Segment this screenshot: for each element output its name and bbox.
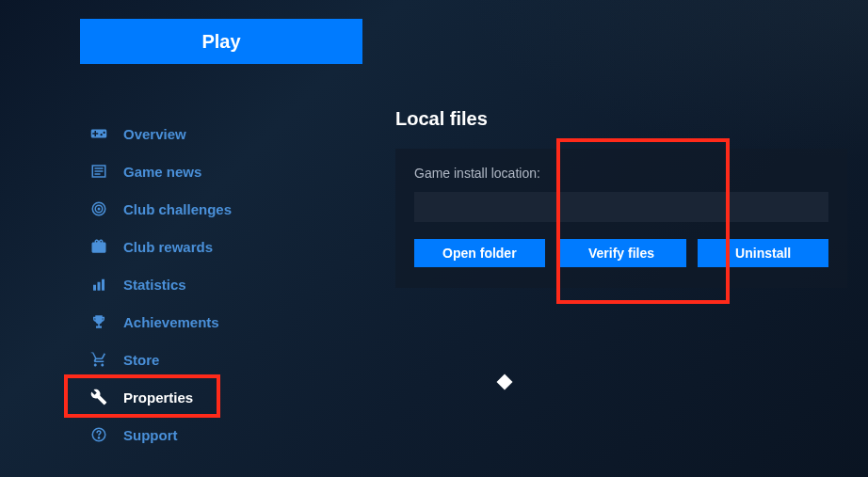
sidebar-item-label: Club rewards (123, 239, 213, 255)
sidebar-item-club-rewards[interactable]: Club rewards (80, 229, 377, 264)
sidebar-item-overview[interactable]: Overview (80, 116, 377, 151)
sidebar-item-label: Overview (123, 126, 186, 142)
svg-rect-5 (102, 279, 104, 291)
open-folder-button[interactable]: Open folder (414, 239, 545, 267)
sidebar: Play Overview Game news Club challenges (0, 0, 377, 477)
sidebar-item-store[interactable]: Store (80, 342, 377, 377)
cart-icon (88, 351, 110, 368)
install-location-label: Game install location: (414, 166, 828, 181)
chart-icon (88, 276, 110, 293)
sidebar-item-achievements[interactable]: Achievements (80, 304, 377, 340)
news-icon (88, 163, 110, 180)
svg-point-7 (98, 437, 99, 438)
sidebar-item-label: Club challenges (123, 201, 232, 217)
sidebar-item-label: Achievements (123, 314, 219, 330)
sidebar-item-game-news[interactable]: Game news (80, 153, 377, 189)
trophy-icon (88, 313, 110, 330)
sidebar-item-label: Statistics (123, 277, 186, 293)
main-content: Local files Game install location: Open … (377, 0, 868, 477)
svg-rect-4 (98, 282, 101, 291)
local-files-panel: Game install location: Open folder Verif… (395, 149, 847, 288)
gamepad-icon (88, 125, 110, 142)
sidebar-item-support[interactable]: Support (80, 417, 377, 453)
section-title: Local files (395, 108, 868, 130)
gift-icon (88, 238, 110, 255)
svg-rect-3 (93, 285, 96, 291)
sidebar-item-label: Support (123, 427, 178, 443)
svg-point-2 (98, 208, 100, 210)
sidebar-item-label: Properties (123, 390, 193, 405)
target-icon (88, 200, 110, 217)
button-row: Open folder Verify files Uninstall (414, 239, 828, 267)
wrench-icon (88, 389, 110, 405)
play-button-label: Play (201, 31, 240, 53)
help-icon (88, 426, 110, 443)
uninstall-button[interactable]: Uninstall (698, 239, 828, 267)
play-button[interactable]: Play (80, 19, 362, 64)
sidebar-item-label: Game news (123, 164, 201, 180)
sidebar-item-club-challenges[interactable]: Club challenges (80, 191, 377, 227)
install-path-input[interactable] (414, 192, 828, 222)
sidebar-item-statistics[interactable]: Statistics (80, 266, 377, 302)
sidebar-item-label: Store (123, 352, 159, 368)
sidebar-item-properties[interactable]: Properties (80, 379, 377, 415)
verify-files-button[interactable]: Verify files (556, 239, 687, 267)
